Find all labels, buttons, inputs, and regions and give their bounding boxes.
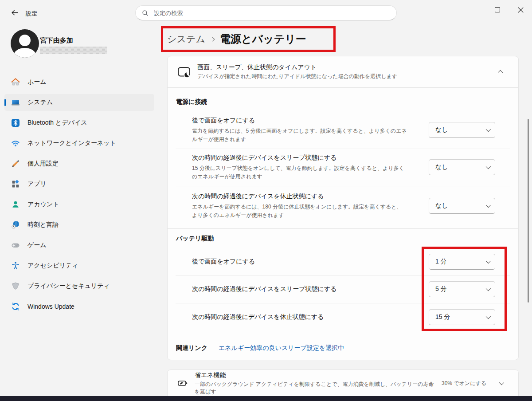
- sidebar-item-home[interactable]: ホーム: [4, 74, 154, 90]
- close-button[interactable]: [509, 0, 532, 20]
- privacy-security-icon: [11, 282, 20, 291]
- sidebar-item-label: システム: [27, 98, 53, 106]
- setting-row-screen-off-ac: 後で画面をオフにする 電力を節約するには、5 分後に画面をオフにします。設定を高…: [168, 111, 518, 149]
- timeout-settings-card: 画面、スリープ、休止状態のタイムアウト デバイスが指定された時間にわたりアイドル…: [167, 56, 519, 360]
- bluetooth-icon: [11, 118, 20, 127]
- row-description: 15 分後にスリープ状態をオンにして、電力を節約します。設定を高くすると、より多…: [192, 164, 407, 181]
- personalization-icon: [11, 159, 20, 168]
- search-input[interactable]: [153, 9, 394, 17]
- collapse-button[interactable]: [494, 65, 508, 79]
- section-label-plugged-in: 電源に接続: [176, 98, 207, 106]
- sidebar-item-label: アプリ: [27, 180, 47, 188]
- search-icon: [142, 10, 149, 16]
- search-input-container[interactable]: [135, 5, 397, 20]
- dropdown-value: なし: [435, 126, 486, 134]
- energy-saver-icon: [177, 377, 188, 389]
- setting-row-sleep-battery: 次の時間の経過後にデバイスをスリープ状態にする 5 分: [168, 275, 518, 303]
- setting-row-screen-off-battery: 後で画面をオフにする 1 分: [168, 248, 518, 275]
- breadcrumb-annotation-box: システム 電源とバッテリー: [161, 26, 336, 52]
- row-description: エネルギーを節約するには、180 分後に休止状態をオンにします。設定を高くすると…: [192, 203, 407, 219]
- dropdown-value: なし: [435, 163, 486, 171]
- accounts-icon: [11, 200, 20, 209]
- timeout-card-header[interactable]: 画面、スリープ、休止状態のタイムアウト デバイスが指定された時間にわたりアイドル…: [168, 56, 518, 87]
- avatar: [11, 29, 39, 58]
- minimize-button[interactable]: [463, 0, 486, 20]
- row-title: 次の時間の経過後にデバイスを休止状態にする: [192, 193, 415, 200]
- related-links-label: 関連リンク: [176, 344, 207, 352]
- back-arrow-icon: [11, 9, 19, 16]
- screen-off-battery-dropdown[interactable]: 1 分: [429, 254, 495, 270]
- profile-email-redacted: [40, 47, 107, 54]
- chevron-down-icon: [486, 314, 491, 318]
- close-icon: [518, 7, 524, 13]
- sidebar-item-accounts[interactable]: アカウント: [4, 196, 154, 213]
- bottom-edge-strip: [0, 396, 532, 401]
- sidebar-item-accessibility[interactable]: アクセシビリティ: [4, 257, 154, 274]
- app-title: 設定: [26, 10, 37, 18]
- row-title: 後で画面をオフにする: [192, 117, 415, 125]
- sidebar-item-label: Bluetooth とデバイス: [27, 119, 87, 127]
- row-description: 電力を節約するには、5 分後に画面をオフにします。設定を高くすると、より多くのエ…: [192, 127, 407, 143]
- vertical-scrollbar[interactable]: [528, 119, 529, 303]
- sidebar-item-privacy-security[interactable]: プライバシーとセキュリティ: [4, 278, 154, 295]
- windows-update-icon: [11, 302, 20, 311]
- sidebar-item-label: 個人用設定: [27, 160, 59, 168]
- maximize-button[interactable]: [486, 0, 509, 20]
- chevron-down-icon: [486, 164, 491, 169]
- related-links-row: 関連リンク エネルギー効率の良いスリープ設定を選択中: [168, 336, 518, 361]
- energy-saver-status: 30% でオンにする: [442, 380, 486, 387]
- row-title: 次の時間の経過後にデバイスをスリープ状態にする: [192, 154, 415, 162]
- row-title: 次の時間の経過後にデバイスを休止状態にする: [192, 313, 415, 321]
- dropdown-value: 5 分: [435, 285, 486, 293]
- sidebar-item-label: アカウント: [27, 200, 59, 208]
- sidebar-item-personalization[interactable]: 個人用設定: [4, 155, 154, 172]
- sidebar-item-label: ホーム: [27, 78, 47, 86]
- apps-icon: [11, 180, 20, 189]
- timeout-card-subtitle: デバイスが指定された時間にわたりアイドル状態になった場合の動作を選択します: [197, 73, 397, 80]
- screen-off-ac-dropdown[interactable]: なし: [429, 122, 495, 138]
- screen-timeout-icon: [177, 65, 191, 79]
- row-title: 後で画面をオフにする: [192, 258, 415, 266]
- sidebar-item-label: プライバシーとセキュリティ: [27, 282, 110, 290]
- row-title: 次の時間の経過後にデバイスをスリープ状態にする: [192, 285, 415, 293]
- time-language-icon: [11, 220, 20, 229]
- page-title: 電源とバッテリー: [220, 32, 306, 46]
- sidebar-item-label: ゲーム: [27, 241, 47, 249]
- energy-sleep-settings-link[interactable]: エネルギー効率の良いスリープ設定を選択中: [219, 344, 344, 352]
- hibernate-battery-dropdown[interactable]: 15 分: [429, 309, 495, 325]
- settings-window: 設定 宮下由多加: [0, 0, 532, 401]
- network-icon: [11, 139, 20, 148]
- timeout-card-title: 画面、スリープ、休止状態のタイムアウト: [197, 63, 397, 71]
- setting-row-sleep-ac: 次の時間の経過後にデバイスをスリープ状態にする 15 分後にスリープ状態をオンに…: [168, 149, 518, 186]
- chevron-down-icon: [486, 259, 491, 263]
- sidebar-item-label: ネットワークとインターネット: [27, 139, 116, 147]
- minimize-icon: [472, 10, 477, 10]
- sidebar-item-windows-update[interactable]: Windows Update: [4, 298, 154, 315]
- dropdown-value: 1 分: [435, 258, 486, 266]
- window-controls: [463, 0, 532, 20]
- sidebar-item-time-language[interactable]: 時刻と言語: [4, 216, 154, 233]
- hibernate-ac-dropdown[interactable]: なし: [429, 198, 495, 214]
- chevron-down-icon: [486, 286, 491, 291]
- sleep-battery-dropdown[interactable]: 5 分: [429, 281, 495, 297]
- chevron-down-icon: [486, 127, 491, 132]
- gaming-icon: [11, 241, 20, 250]
- dropdown-value: 15 分: [435, 313, 486, 321]
- system-icon: [11, 98, 20, 107]
- chevron-down-icon: [499, 380, 504, 385]
- sidebar-item-gaming[interactable]: ゲーム: [4, 237, 154, 254]
- section-label-on-battery: バッテリ駆動: [176, 235, 214, 243]
- expand-button[interactable]: [494, 377, 508, 390]
- sidebar-item-network-internet[interactable]: ネットワークとインターネット: [4, 135, 154, 152]
- setting-row-hibernate-ac: 次の時間の経過後にデバイスを休止状態にする エネルギーを節約するには、180 分…: [168, 186, 518, 226]
- sidebar-item-system[interactable]: システム: [4, 94, 154, 111]
- dropdown-value: なし: [435, 202, 486, 210]
- sleep-ac-dropdown[interactable]: なし: [429, 159, 495, 175]
- chevron-up-icon: [498, 70, 503, 75]
- energy-saver-subtitle: 一部のバックグラウンド アクティビティを制限することで、電力消費を削減し、バッテ…: [195, 381, 435, 396]
- back-button[interactable]: [7, 6, 22, 19]
- energy-saver-title: 省エネ機能: [195, 371, 435, 379]
- sidebar-item-bluetooth-devices[interactable]: Bluetooth とデバイス: [4, 114, 154, 131]
- breadcrumb-parent[interactable]: システム: [167, 33, 205, 45]
- sidebar-item-apps[interactable]: アプリ: [4, 176, 154, 193]
